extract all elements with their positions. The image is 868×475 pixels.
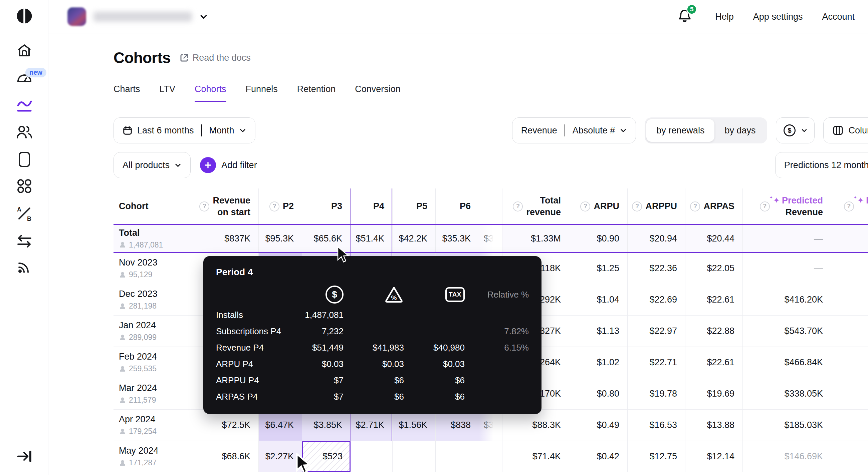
cell-arpas[interactable]: $12.14 [685, 441, 743, 472]
cell-pred_rev[interactable]: $146.69K [743, 441, 831, 472]
cell-arppu[interactable]: $16.53 [628, 410, 685, 441]
help-icon[interactable]: ? [844, 201, 854, 211]
cell-p4[interactable]: $2.71K [350, 410, 393, 441]
tab-ltv[interactable]: LTV [160, 84, 176, 94]
cell-arpu[interactable]: $0.90 [569, 225, 628, 252]
cell-arppu[interactable]: $22.71 [628, 347, 685, 378]
event-feed-icon[interactable] [0, 258, 49, 275]
cohort-cell[interactable]: Total1,487,081 [114, 225, 195, 252]
cell-total[interactable]: $1.33M [502, 225, 569, 252]
cell-p6[interactable]: $838 [436, 410, 479, 441]
help-icon[interactable]: ? [270, 201, 279, 211]
help-icon[interactable]: ? [632, 201, 642, 211]
account-link[interactable]: Account [822, 12, 855, 22]
cell-total[interactable]: $88.3K [502, 410, 569, 441]
metric-selector-button[interactable]: Revenue Absolute # [512, 117, 636, 143]
cell-arppu[interactable]: $22.36 [628, 253, 685, 284]
workspace-selector[interactable] [67, 7, 208, 26]
help-icon[interactable]: ? [690, 201, 700, 211]
app-settings-link[interactable]: App settings [753, 12, 803, 22]
home-icon[interactable] [0, 42, 49, 59]
cell-p3[interactable]: $3.85K [302, 410, 350, 441]
cell-arpu[interactable]: $1.25 [569, 253, 628, 284]
cell-arpas[interactable]: $19.69 [685, 378, 743, 409]
help-icon[interactable]: ? [580, 201, 590, 211]
help-icon[interactable]: ? [760, 201, 770, 211]
cell-p2[interactable]: $6.47K [259, 410, 302, 441]
cell-arpas[interactable]: $22.61 [685, 347, 743, 378]
cell-p4[interactable] [350, 441, 393, 472]
cohort-cell[interactable]: Dec 2023281,198 [114, 284, 195, 315]
cell-pred_rev[interactable]: $466.84K [743, 347, 831, 378]
cohort-cell[interactable]: Feb 2024259,535 [114, 347, 195, 378]
cell-arpu[interactable]: $1.02 [569, 347, 628, 378]
cell-arpu[interactable]: $1.13 [569, 315, 628, 347]
cell-arppu[interactable]: $22.69 [628, 284, 685, 315]
tab-conversion[interactable]: Conversion [355, 84, 401, 94]
cell-p5[interactable]: $1.56K [393, 410, 436, 441]
cell-arpas[interactable]: $20.44 [685, 225, 743, 252]
add-filter-button[interactable]: Add filter [200, 157, 257, 173]
tab-cohorts[interactable]: Cohorts [195, 84, 226, 94]
app-logo-icon[interactable] [0, 7, 49, 25]
paywalls-icon[interactable] [0, 151, 49, 168]
notifications-button[interactable]: 5 [678, 9, 692, 25]
tab-charts[interactable]: Charts [114, 84, 140, 94]
cell-start[interactable]: $68.6K [195, 441, 259, 472]
cell-pred_ltv[interactable]: $27.66 [831, 410, 868, 441]
cell-arpu[interactable]: $0.80 [569, 378, 628, 409]
cohort-cell[interactable]: Jan 2024289,099 [114, 315, 195, 347]
toggle-by-days[interactable]: by days [714, 119, 766, 142]
cohort-cell[interactable]: May 2024171,287 [114, 441, 195, 472]
audience-icon[interactable] [0, 124, 49, 141]
cell-p7[interactable]: $3 [479, 410, 502, 441]
cell-pred_ltv[interactable]: $28.24 [831, 347, 868, 378]
cell-arppu[interactable]: $22.97 [628, 315, 685, 347]
cell-arpas[interactable]: $22.05 [685, 253, 743, 284]
cell-p5[interactable] [393, 441, 436, 472]
collapse-sidebar-icon[interactable] [0, 447, 49, 466]
cell-pred_rev[interactable]: — [743, 253, 831, 284]
cell-start[interactable]: $72.5K [195, 410, 259, 441]
cell-pred_ltv[interactable]: — [831, 253, 868, 284]
cell-arpu[interactable]: $0.49 [569, 410, 628, 441]
apps-grid-icon[interactable] [0, 177, 49, 195]
selected-cell[interactable]: $523 [302, 441, 350, 472]
cell-arppu[interactable]: $20.94 [628, 225, 685, 252]
cell-arpas[interactable]: $22.88 [685, 315, 743, 347]
cell-pred_rev[interactable]: $416.20K [743, 284, 831, 315]
date-range-button[interactable]: Last 6 months Month [114, 117, 255, 143]
cell-pred_ltv[interactable]: $26.97 [831, 284, 868, 315]
help-icon[interactable]: ? [199, 201, 209, 211]
help-link[interactable]: Help [715, 12, 734, 22]
columns-button[interactable]: Columns [823, 117, 868, 143]
cell-start[interactable]: $837K [195, 225, 259, 252]
ab-test-icon[interactable]: AB [0, 205, 49, 222]
cell-p3[interactable]: $65.6K [302, 225, 350, 252]
cell-p4[interactable]: $51.4K [350, 225, 393, 252]
cell-arpas[interactable]: $22.61 [685, 284, 743, 315]
currency-button[interactable]: $ [776, 117, 814, 143]
cell-arppu[interactable]: $19.78 [628, 378, 685, 409]
cell-arpu[interactable]: $0.42 [569, 441, 628, 472]
cell-pred_ltv[interactable]: $23.33 [831, 441, 868, 472]
cell-p6[interactable]: $35.3K [436, 225, 479, 252]
help-icon[interactable]: ? [513, 201, 523, 211]
cell-arpu[interactable]: $1.04 [569, 284, 628, 315]
cell-arppu[interactable]: $12.75 [628, 441, 685, 472]
cell-pred_ltv[interactable]: — [831, 225, 868, 252]
integrations-icon[interactable] [0, 232, 49, 249]
toggle-by-renewals[interactable]: by renewals [646, 119, 714, 142]
cell-p7[interactable]: $30 [479, 225, 502, 252]
cohort-cell[interactable]: Nov 202395,129 [114, 253, 195, 284]
cell-p5[interactable]: $42.2K [393, 225, 436, 252]
analytics-icon-active[interactable] [0, 96, 49, 114]
cell-pred_ltv[interactable]: $25.12 [831, 378, 868, 409]
cell-p7[interactable] [479, 441, 502, 472]
tab-funnels[interactable]: Funnels [246, 84, 278, 94]
cell-p2[interactable]: $95.3K [259, 225, 302, 252]
cohort-cell[interactable]: Apr 2024179,254 [114, 410, 195, 441]
cell-pred_rev[interactable]: — [743, 225, 831, 252]
cell-arpas[interactable]: $13.88 [685, 410, 743, 441]
cell-p2[interactable]: $2.27K [259, 441, 302, 472]
